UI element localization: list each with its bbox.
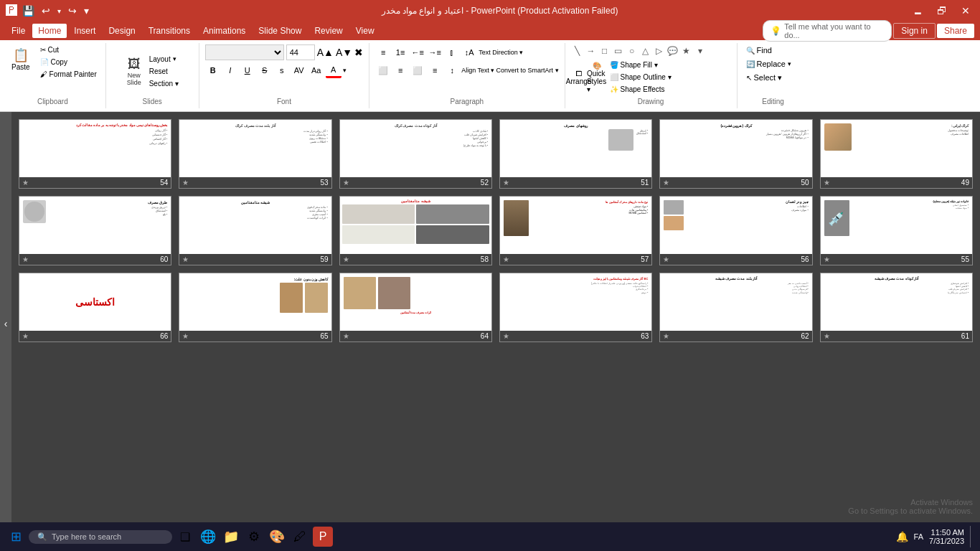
layout-button[interactable]: Layout ▾	[146, 54, 182, 65]
cut-button[interactable]: ✂ Cut	[37, 44, 100, 55]
shape-fill-button[interactable]: 🪣 Shape Fill ▾	[607, 60, 674, 70]
powerpoint-taskbar-icon[interactable]: P	[313, 527, 333, 547]
slide-thumb-58[interactable]: شیشه متامفتامین ★ 58	[339, 196, 492, 265]
section-button[interactable]: Section ▾	[146, 78, 182, 89]
bullets-button[interactable]: ≡	[375, 44, 391, 60]
shape-line[interactable]: ╲	[571, 44, 584, 57]
increase-font-icon[interactable]: A▲	[317, 47, 334, 58]
paste-button[interactable]: 📋 Paste	[6, 44, 36, 98]
app1-icon[interactable]: 🎨	[267, 527, 287, 547]
align-center-button[interactable]: ≡	[392, 62, 408, 78]
shape-outline-button[interactable]: ⬜ Shape Outline ▾	[607, 72, 674, 83]
format-painter-button[interactable]: 🖌 Format Painter	[37, 69, 100, 80]
find-button[interactable]: 🔍 Find	[743, 44, 804, 56]
slide-thumb-52[interactable]: آثار کوتاه مدت مصرف کراک • شادی کاذب • ا…	[339, 119, 492, 189]
font-selector[interactable]	[205, 44, 284, 60]
line-spacing-button[interactable]: ↕	[444, 62, 460, 78]
increase-indent-icon[interactable]: →≡	[427, 44, 443, 60]
menu-file[interactable]: File	[6, 24, 31, 38]
align-text-button[interactable]: Align Text ▾	[461, 67, 494, 74]
tell-me-bar[interactable]: 💡 Tell me what you want to do...	[763, 20, 892, 42]
edge-icon[interactable]: 🌐	[198, 527, 218, 547]
customize-icon[interactable]: ▾	[82, 4, 91, 18]
underline-button[interactable]: U	[240, 62, 255, 78]
reset-button[interactable]: Reset	[146, 66, 182, 77]
italic-button[interactable]: I	[222, 62, 238, 78]
shape-oval[interactable]: ○	[626, 44, 639, 57]
slide-thumb-64[interactable]: اثرات مصرف متI آمفتامین ★ 64	[339, 273, 492, 342]
menu-home[interactable]: Home	[32, 24, 67, 38]
case-button[interactable]: Aa	[308, 62, 324, 78]
select-button[interactable]: ↖ Select ▾	[743, 72, 804, 84]
scroll-left[interactable]: ‹	[0, 112, 11, 535]
app2-icon[interactable]: 🖊	[290, 527, 310, 547]
font-size-input[interactable]	[286, 44, 315, 60]
new-slide-button[interactable]: 🖼 New Slide	[123, 55, 145, 88]
menu-view[interactable]: View	[350, 24, 380, 38]
strikethrough-button[interactable]: S	[257, 62, 273, 78]
bold-button[interactable]: B	[205, 62, 221, 78]
char-spacing-button[interactable]: AV	[291, 62, 307, 78]
shape-rounded-rect[interactable]: ▭	[612, 44, 625, 57]
start-button[interactable]: ⊞	[6, 527, 26, 547]
clear-format-icon[interactable]: ✖	[354, 47, 363, 58]
menu-slideshow[interactable]: Slide Show	[253, 24, 307, 38]
shape-effects-button[interactable]: ✨ Shape Effects	[607, 84, 674, 95]
menu-insert[interactable]: Insert	[68, 24, 101, 38]
align-right-button[interactable]: ⬜	[410, 62, 425, 78]
justify-button[interactable]: ≡	[427, 62, 443, 78]
search-bar[interactable]: 🔍 Type here to search	[29, 530, 172, 544]
slide-thumb-65[interactable]: کاهش وزن بدون علت: ★ 65	[179, 273, 331, 342]
slide-thumb-56[interactable]: چیز و در لقمان • اطلاعات• موارد مصرف ★ 5…	[659, 196, 812, 265]
save-icon[interactable]: 💾	[20, 4, 37, 18]
slide-thumb-62[interactable]: آثار بلند مدت مصرف شیشه • آسیب دائمی به …	[659, 273, 812, 342]
smartart-button[interactable]: Convert to SmartArt ▾	[496, 67, 558, 74]
replace-button[interactable]: 🔄 Replace ▾	[743, 58, 804, 70]
copy-button[interactable]: 📄 Copy	[37, 57, 100, 67]
numbering-button[interactable]: 1≡	[392, 44, 408, 60]
decrease-font-icon[interactable]: A▼	[336, 47, 352, 58]
redo-icon[interactable]: ↪	[66, 4, 79, 18]
undo-icon[interactable]: ↩	[39, 4, 52, 18]
sign-in-button[interactable]: Sign in	[893, 23, 936, 39]
shape-triangle[interactable]: △	[639, 44, 652, 57]
slide-thumb-63[interactable]: BC آثار مصرف شیشه ومتامفتامین با ایبز و …	[499, 273, 652, 342]
file-explorer-icon[interactable]: 📁	[221, 527, 241, 547]
slide-thumb-60[interactable]: طرق مصرف • تزریق وریدی• استنشاق• بلع ★ 6…	[19, 196, 171, 265]
restore-button[interactable]: 🗗	[933, 4, 951, 18]
columns-button[interactable]: ⫿	[444, 44, 460, 60]
text-direction-button[interactable]: ↕A	[461, 44, 477, 60]
undo-dropdown-icon[interactable]: ▾	[55, 6, 63, 17]
menu-transitions[interactable]: Transitions	[143, 24, 196, 38]
task-view-button[interactable]: ❑	[175, 527, 195, 547]
slide-thumb-53[interactable]: آثار بلند مدت مصرف کراک • آثار روانی درا…	[179, 119, 331, 189]
shape-callout[interactable]: 💬	[666, 44, 679, 57]
slide-thumb-59[interactable]: شیشه متامفتامین • ماده محرک قوی• وابستگی…	[179, 196, 331, 265]
show-desktop-button[interactable]	[970, 526, 974, 547]
quick-styles-button[interactable]: 🎨 Quick Styles ▾	[589, 70, 605, 85]
close-button[interactable]: ✕	[957, 4, 974, 18]
shapes-more[interactable]: ▾	[694, 44, 707, 57]
notification-icon[interactable]: 🔔	[896, 531, 908, 542]
settings-icon[interactable]: ⚙	[244, 527, 264, 547]
slide-thumb-61[interactable]: آثار کوتاه مدت مصرف شیشه • افزایش هوشیار…	[820, 273, 973, 342]
align-left-button[interactable]: ⬜	[375, 62, 391, 78]
shadow-button[interactable]: s	[274, 62, 290, 78]
slide-thumb-50[interactable]: کراک (هروین فشرده) • هروین به شکل فشرده …	[659, 119, 812, 189]
shape-right-arrow[interactable]: ▷	[653, 44, 666, 57]
slide-thumb-51[interactable]: روشهای مصرف • تزریق • استنشاق ★ 51	[499, 119, 652, 189]
minimize-button[interactable]: 🗕	[908, 4, 927, 18]
slide-thumb-66[interactable]: اکستاسی ★ 66	[19, 273, 171, 342]
menu-review[interactable]: Review	[308, 24, 348, 38]
shape-arrow[interactable]: →	[585, 44, 598, 57]
slide-thumb-49[interactable]: کراک ایرانی: توضیحات محصولاطلاعات مصرف ★…	[820, 119, 973, 189]
menu-animations[interactable]: Animations	[197, 24, 251, 38]
font-color-button[interactable]: A	[326, 62, 341, 78]
decrease-indent-icon[interactable]: ←≡	[410, 44, 425, 60]
font-color-dropdown-icon[interactable]: ▾	[343, 67, 347, 74]
share-button[interactable]: Share	[937, 24, 974, 38]
slide-thumb-55[interactable]: خانواده نور متیلنه (هروین سطح): • محصول …	[820, 196, 973, 265]
arrange-button[interactable]: ⧠ Arrange	[571, 70, 587, 85]
shape-rect[interactable]: □	[598, 44, 611, 57]
menu-design[interactable]: Design	[103, 24, 141, 38]
